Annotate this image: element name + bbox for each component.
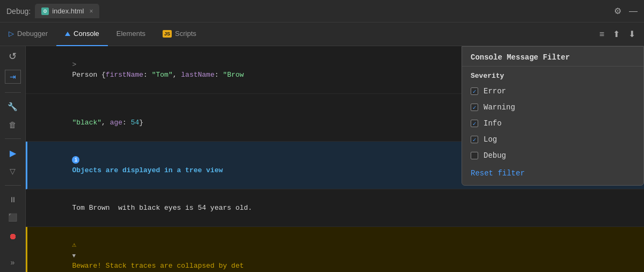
toolbar-icons: ≡ ⬆ ⬇ <box>599 29 644 39</box>
tab-console-label: Console <box>74 30 99 38</box>
record-icon[interactable]: ⏺ <box>5 231 21 242</box>
title-bar: Debug: ⚙ index.html × ⚙ — <box>0 0 644 23</box>
toolbar: ▷ Debugger Console Elements JS Scripts ≡… <box>0 23 644 46</box>
pause-icon[interactable]: ⏸ <box>5 194 21 205</box>
console-line-4: Tom Brown with black eyes is 54 years ol… <box>26 189 644 227</box>
filter-item-debug[interactable]: Debug <box>462 148 643 164</box>
filter-section-title: Severity <box>462 67 643 83</box>
wrench-icon[interactable]: 🔧 <box>5 101 21 112</box>
main-layout: ↺ ⇥ 🔧 🗑 ▶ ▽ ⏸ ⬛ ⏺ » > Person {firstName:… <box>0 46 644 272</box>
console-output[interactable]: > Person {firstName: "Tom", lastName: "B… <box>26 46 644 272</box>
warn-triangle-icon: ⚠ <box>72 240 76 251</box>
play-icon[interactable]: ▶ <box>5 148 21 158</box>
file-tab-close[interactable]: × <box>89 8 93 15</box>
refresh-icon[interactable]: ↺ <box>5 50 21 62</box>
upload-icon[interactable]: ⬆ <box>613 29 620 39</box>
tab-debugger-label: Debugger <box>17 30 48 38</box>
filter-item-log[interactable]: Log <box>462 131 643 148</box>
filter-item-error[interactable]: Error <box>462 83 643 99</box>
console-triangle-icon <box>65 32 70 36</box>
info-icon: i <box>72 156 79 164</box>
filter-label-debug: Debug <box>484 151 506 160</box>
debug-label: Debug: <box>6 7 31 16</box>
tab-scripts-label: Scripts <box>175 30 196 38</box>
filter-checkbox-warning[interactable] <box>471 104 478 111</box>
sidebar: ↺ ⇥ 🔧 🗑 ▶ ▽ ⏸ ⬛ ⏺ » <box>0 46 26 272</box>
scripts-js-icon: JS <box>163 30 172 38</box>
step-into-icon[interactable]: ⇥ <box>5 70 21 84</box>
file-tab[interactable]: ⚙ index.html × <box>35 4 99 18</box>
tab-elements[interactable]: Elements <box>108 23 154 46</box>
title-bar-actions: ⚙ — <box>614 6 638 16</box>
debugger-arrow-icon: ▷ <box>9 30 14 38</box>
settings-icon[interactable]: ⚙ <box>614 6 621 16</box>
tab-console[interactable]: Console <box>56 23 108 46</box>
filter-panel-header: Console Message Filter <box>462 47 643 67</box>
stop-icon[interactable]: ⬛ <box>5 212 21 223</box>
expand-arrow-icon[interactable]: ▼ <box>72 253 76 259</box>
tab-debugger[interactable]: ▷ Debugger <box>0 23 56 46</box>
filter-item-warning[interactable]: Warning <box>462 99 643 115</box>
filter-panel: Console Message Filter Severity Error Wa… <box>462 46 644 186</box>
expand-icon[interactable]: » <box>5 257 21 268</box>
filter-checkbox-log[interactable] <box>471 136 478 143</box>
filter-item-info[interactable]: Info <box>462 115 643 131</box>
filter-label-warning: Warning <box>484 103 515 112</box>
filter-checkbox-error[interactable] <box>471 87 478 95</box>
file-tab-icon: ⚙ <box>41 8 49 15</box>
download-icon[interactable]: ⬇ <box>628 29 635 39</box>
filter-label-info: Info <box>484 119 502 128</box>
line1-arrow: > <box>72 61 80 69</box>
tab-elements-label: Elements <box>116 30 145 38</box>
filter-checkbox-info[interactable] <box>471 120 478 127</box>
filter-label-log: Log <box>484 135 497 144</box>
minimize-icon[interactable]: — <box>629 6 638 16</box>
filter-reset-button[interactable]: Reset filter <box>462 164 643 185</box>
filter-label-error: Error <box>484 87 506 95</box>
menu-icon[interactable]: ≡ <box>599 30 604 39</box>
filter-icon[interactable]: ▽ <box>5 166 21 177</box>
file-tab-name: index.html <box>52 7 84 15</box>
filter-checkbox-debug[interactable] <box>471 152 478 159</box>
trash-icon[interactable]: 🗑 <box>5 120 21 130</box>
console-line-warn: ⚠ ▼ Beware! Stack traces are collapsed b… <box>26 227 644 273</box>
tab-scripts[interactable]: JS Scripts <box>154 23 205 46</box>
